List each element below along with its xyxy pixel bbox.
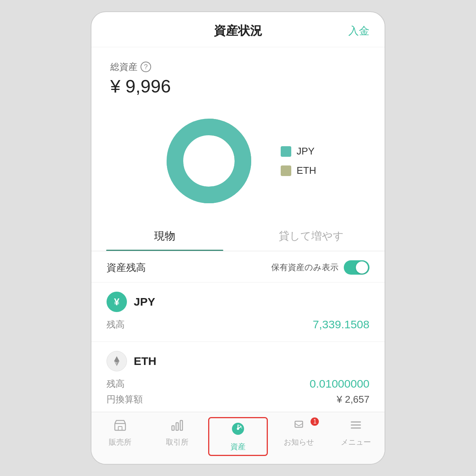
nav-item-menu[interactable]: メニュー [327,418,385,455]
content-area: 総資産 ? ¥ 9,996 [91,47,385,412]
nav-item-assets[interactable]: 資産 [208,417,268,456]
eth-name: ETH [134,355,156,368]
help-icon[interactable]: ? [141,62,151,72]
toggle-container: 保有資産のみ表示 [271,260,369,275]
jpy-balance-row: 残高 7,339.1508 [107,317,369,332]
notify-icon [292,418,306,435]
header: 資産状況 入金 [91,12,385,47]
total-assets-value: ¥ 9,996 [110,76,366,97]
jpy-icon: ¥ [107,292,127,312]
toggle-knob [356,261,368,274]
eth-balance-label: 残高 [107,378,125,390]
nav-label-notifications: お知らせ [284,437,314,447]
eth-balance-value: 0.01000000 [310,377,370,390]
legend-label-jpy: JPY [297,145,315,157]
store-icon [113,418,127,435]
svg-rect-8 [172,426,174,430]
legend-item-jpy: JPY [281,145,316,157]
deposit-button[interactable]: 入金 [348,24,369,38]
nav-label-exchange: 販売所 [109,437,131,447]
jpy-item-header: ¥ JPY [107,292,369,312]
nav-label-menu: メニュー [341,437,371,447]
eth-logo [111,355,122,367]
total-assets-label: 総資産 ? [110,61,366,73]
menu-icon [349,418,363,435]
eth-balance-row: 残高 0.01000000 [107,376,369,392]
chart-section: JPY ETH [91,104,385,221]
donut-svg [160,112,258,210]
chart-legend: JPY ETH [281,145,316,176]
chart-icon [170,418,184,435]
eth-icon [107,351,127,371]
tab-lending[interactable]: 貸して増やす [238,221,385,251]
asset-item-eth[interactable]: ETH 残高 0.01000000 円換算額 ¥ 2,657 [91,342,385,412]
notification-badge: 1 [311,417,319,426]
nav-label-trading: 取引所 [166,437,189,447]
bottom-nav: 販売所 取引所 資産 1 お知らせ [91,412,385,464]
asset-item-jpy[interactable]: ¥ JPY 残高 7,339.1508 [91,282,385,342]
eth-jpy-row: 円換算額 ¥ 2,657 [107,392,369,407]
phone-frame: 資産状況 入金 総資産 ? ¥ 9,996 [91,11,385,465]
eth-item-header: ETH [107,351,369,371]
legend-color-jpy [281,146,291,157]
svg-rect-9 [176,423,178,430]
eth-jpy-label: 円換算額 [107,393,143,405]
svg-rect-7 [118,427,122,430]
page-title: 資産状況 [214,23,262,39]
toggle-text: 保有資産のみ表示 [271,262,338,273]
donut-chart [160,112,258,210]
nav-item-exchange[interactable]: 販売所 [91,418,149,455]
eth-jpy-value: ¥ 2,657 [337,394,369,405]
assets-icon [230,421,246,439]
nav-item-notifications[interactable]: 1 お知らせ [270,418,328,455]
jpy-balance-label: 残高 [107,318,125,331]
legend-color-eth [281,165,291,176]
legend-item-eth: ETH [281,165,316,176]
asset-list-header: 資産残高 保有資産のみ表示 [91,251,385,282]
tabs-section: 現物 貸して増やす [91,221,385,251]
jpy-balance-value: 7,339.1508 [313,318,369,331]
holdings-only-toggle[interactable] [344,260,369,275]
tab-spot[interactable]: 現物 [91,221,238,251]
nav-label-assets: 資産 [230,442,246,452]
jpy-name: JPY [134,295,155,308]
nav-item-trading[interactable]: 取引所 [149,418,206,455]
svg-rect-10 [180,420,182,430]
svg-point-12 [237,428,239,430]
asset-balance-label: 資産残高 [107,261,146,274]
legend-label-eth: ETH [297,165,316,176]
total-assets-section: 総資産 ? ¥ 9,996 [91,47,385,104]
